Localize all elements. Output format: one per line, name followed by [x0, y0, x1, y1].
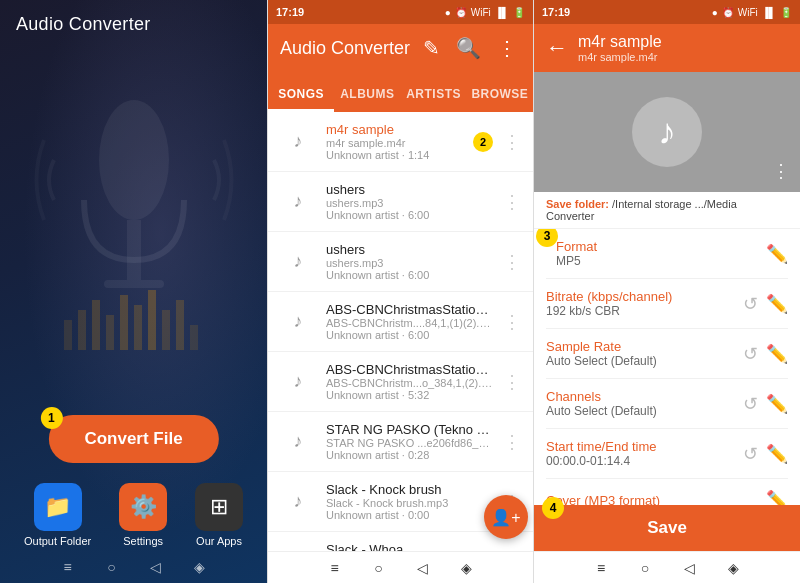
home-btn-2[interactable]: ○: [369, 558, 389, 578]
song-more-abs2[interactable]: ⋮: [503, 371, 521, 393]
battery-icon-3: 🔋: [780, 7, 792, 18]
status-bar-2: 17:19 ● ⏰ WiFi ▐▌ 🔋: [268, 0, 533, 24]
nav-settings[interactable]: ⚙️ Settings: [119, 483, 167, 547]
svg-rect-9: [148, 290, 156, 350]
song-item-abs2[interactable]: ♪ ABS-CBNChristmasStationl... ABS-CBNChr…: [268, 352, 533, 412]
alarm-icon-3: ⏰: [722, 7, 734, 18]
menu-btn[interactable]: ≡: [58, 557, 78, 577]
setting-channels-info: Channels Auto Select (Default): [546, 389, 743, 418]
app-title: Audio Converter: [0, 0, 267, 49]
song-info-abs2: ABS-CBNChristmasStationl... ABS-CBNChris…: [326, 362, 493, 401]
song-more-abs1[interactable]: ⋮: [503, 311, 521, 333]
notification-dot-3: ●: [712, 7, 718, 18]
song-icon-knock: ♪: [280, 484, 316, 520]
artwork-more-icon[interactable]: ⋮: [772, 160, 790, 182]
back-btn-3[interactable]: ◁: [679, 558, 699, 578]
setting-channels-actions: ↺ ✏️: [743, 393, 788, 415]
header-title-block: m4r sample m4r sample.m4r: [578, 33, 788, 63]
cover-edit-icon[interactable]: ✏️: [766, 489, 788, 505]
back-btn[interactable]: ◁: [146, 557, 166, 577]
song-name-ushers1: ushers: [326, 182, 493, 197]
search-icon[interactable]: 🔍: [452, 32, 485, 64]
channels-refresh-icon[interactable]: ↺: [743, 393, 758, 415]
status-time: 17:19: [276, 6, 304, 18]
song-info-star: STAR NG PASKO (Tekno Rem... STAR NG PASK…: [326, 422, 493, 461]
song-more-ushers1[interactable]: ⋮: [503, 191, 521, 213]
assistant-btn[interactable]: ◈: [190, 557, 210, 577]
svg-rect-6: [106, 315, 114, 350]
song-more-m4r[interactable]: ⋮: [503, 131, 521, 153]
song-meta-ushers1: ushers.mp3Unknown artist · 6:00: [326, 197, 493, 221]
song-icon-ushers2: ♪: [280, 244, 316, 280]
setting-time-actions: ↺ ✏️: [743, 443, 788, 465]
time-edit-icon[interactable]: ✏️: [766, 443, 788, 465]
badge-4: 4: [542, 497, 564, 519]
format-edit-icon[interactable]: ✏️: [766, 243, 788, 265]
home-btn[interactable]: ○: [102, 557, 122, 577]
back-btn-2[interactable]: ◁: [413, 558, 433, 578]
tab-artists[interactable]: ARTISTS: [401, 87, 467, 112]
bitrate-edit-icon[interactable]: ✏️: [766, 293, 788, 315]
fab-icon: 👤+: [491, 508, 520, 527]
song-meta-m4r: m4r sample.m4rUnknown artist · 1:14: [326, 137, 463, 161]
nav-our-apps[interactable]: ⊞ Our Apps: [195, 483, 243, 547]
setting-channels: Channels Auto Select (Default) ↺ ✏️: [546, 379, 788, 429]
song-more-star[interactable]: ⋮: [503, 431, 521, 453]
detail-title: m4r sample: [578, 33, 788, 51]
convert-file-button[interactable]: 1 Convert File: [48, 415, 218, 463]
assistant-btn-3[interactable]: ◈: [723, 558, 743, 578]
fab-button[interactable]: 👤+: [484, 495, 528, 539]
save-button[interactable]: 4 Save: [534, 505, 800, 551]
samplerate-edit-icon[interactable]: ✏️: [766, 343, 788, 365]
song-icon-whoa: ♪: [280, 544, 316, 552]
song-icon-abs1: ♪: [280, 304, 316, 340]
song-icon-ushers1: ♪: [280, 184, 316, 220]
song-name-knock: Slack - Knock brush: [326, 482, 493, 497]
time-refresh-icon[interactable]: ↺: [743, 443, 758, 465]
setting-time-info: Start time/End time 00:00.0-01:14.4: [546, 439, 743, 468]
wifi-icon-3: WiFi: [738, 7, 758, 18]
alarm-icon: ⏰: [455, 7, 467, 18]
artwork-area: ♪ ⋮: [534, 72, 800, 192]
home-btn-3[interactable]: ○: [635, 558, 655, 578]
song-name-whoa: Slack - Whoa: [326, 542, 493, 551]
song-item-m4r[interactable]: ♪ m4r sample m4r sample.m4rUnknown artis…: [268, 112, 533, 172]
edit-icon[interactable]: ✎: [419, 32, 444, 64]
song-item-ushers1[interactable]: ♪ ushers ushers.mp3Unknown artist · 6:00…: [268, 172, 533, 232]
song-item-abs1[interactable]: ♪ ABS-CBNChristmasStationl... ABS-CBNChr…: [268, 292, 533, 352]
setting-channels-value: Auto Select (Default): [546, 404, 743, 418]
more-icon[interactable]: ⋮: [493, 32, 521, 64]
bitrate-refresh-icon[interactable]: ↺: [743, 293, 758, 315]
assistant-btn-2[interactable]: ◈: [457, 558, 477, 578]
setting-time-label: Start time/End time: [546, 439, 743, 454]
bottom-nav: 📁 Output Folder ⚙️ Settings ⊞ Our Apps: [0, 483, 267, 547]
song-item-ushers2[interactable]: ♪ ushers ushers.mp3Unknown artist · 6:00…: [268, 232, 533, 292]
artwork-music-icon: ♪: [632, 97, 702, 167]
channels-edit-icon[interactable]: ✏️: [766, 393, 788, 415]
signal-icon-3: ▐▌: [762, 7, 776, 18]
notification-dot: ●: [445, 7, 451, 18]
setting-bitrate: Bitrate (kbps/channel) 192 kb/s CBR ↺ ✏️: [546, 279, 788, 329]
status-icons-3: ● ⏰ WiFi ▐▌ 🔋: [712, 7, 792, 18]
song-meta-star: STAR NG PASKO ...e206fd86_2.mp3Unknown a…: [326, 437, 493, 461]
nav-output-folder[interactable]: 📁 Output Folder: [24, 483, 91, 547]
menu-btn-3[interactable]: ≡: [591, 558, 611, 578]
song-item-star[interactable]: ♪ STAR NG PASKO (Tekno Rem... STAR NG PA…: [268, 412, 533, 472]
battery-icon: 🔋: [513, 7, 525, 18]
song-more-ushers2[interactable]: ⋮: [503, 251, 521, 273]
status-bar-3: 17:19 ● ⏰ WiFi ▐▌ 🔋: [534, 0, 800, 24]
setting-samplerate-info: Sample Rate Auto Select (Default): [546, 339, 743, 368]
song-name-ushers2: ushers: [326, 242, 493, 257]
menu-btn-2[interactable]: ≡: [325, 558, 345, 578]
samplerate-refresh-icon[interactable]: ↺: [743, 343, 758, 365]
title-text: Audio Converter: [16, 14, 151, 34]
song-meta-knock: Slack - Knock brush.mp3Unknown artist · …: [326, 497, 493, 521]
setting-bitrate-value: 192 kb/s CBR: [546, 304, 743, 318]
tab-browse[interactable]: BROWSE: [467, 87, 533, 112]
tab-albums[interactable]: ALBUMS: [334, 87, 400, 112]
save-btn-label: Save: [647, 518, 687, 538]
tab-songs[interactable]: SONGS: [268, 87, 334, 112]
song-info-m4r: m4r sample m4r sample.m4rUnknown artist …: [326, 122, 463, 161]
back-button[interactable]: ←: [546, 35, 568, 61]
setting-format-actions: ✏️: [766, 243, 788, 265]
